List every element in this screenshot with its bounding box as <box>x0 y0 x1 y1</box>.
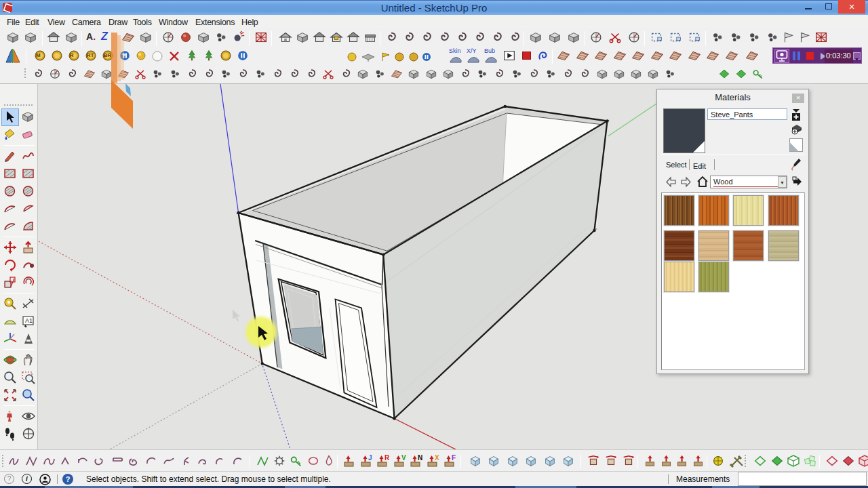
svg-text:X: X <box>435 454 439 462</box>
svg-text:F: F <box>452 454 456 462</box>
svg-text:A1: A1 <box>25 317 33 324</box>
svg-text:V: V <box>401 454 406 462</box>
svg-text:R: R <box>384 454 390 462</box>
svg-text:J: J <box>368 454 372 462</box>
svg-text:N: N <box>418 454 422 462</box>
